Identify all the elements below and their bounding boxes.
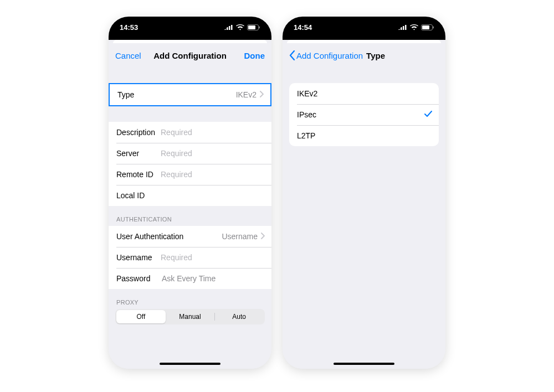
type-group: Type IKEv2 [109, 83, 271, 106]
status-time: 14:53 [120, 23, 138, 32]
notch [325, 17, 403, 31]
nav-title: Type [366, 51, 385, 60]
status-bar: 14:54 [283, 17, 445, 40]
battery-icon [247, 24, 260, 30]
wifi-icon [410, 24, 418, 30]
navbar: Cancel Add Configuration Done [109, 43, 271, 68]
svg-rect-12 [422, 25, 429, 29]
status-bar: 14:53 [109, 17, 271, 40]
done-button[interactable]: Done [244, 51, 265, 60]
svg-rect-5 [248, 25, 255, 29]
server-input[interactable] [161, 149, 265, 158]
svg-rect-2 [229, 26, 230, 30]
battery-icon [421, 24, 434, 30]
type-row[interactable]: Type IKEv2 [110, 84, 270, 105]
connection-group: Description Server Remote ID Local ID [109, 122, 271, 206]
user-auth-value: Username [187, 232, 258, 241]
svg-rect-13 [433, 26, 434, 28]
description-input[interactable] [161, 128, 265, 137]
nav-title: Add Configuration [148, 51, 232, 60]
svg-rect-3 [231, 25, 233, 30]
username-input[interactable] [161, 253, 265, 262]
password-value: Ask Every Time [161, 274, 265, 283]
server-label: Server [116, 149, 161, 158]
option-label: L2TP [297, 131, 432, 140]
option-l2tp[interactable]: L2TP [289, 125, 439, 146]
status-time: 14:54 [294, 23, 312, 32]
content: Type IKEv2 Description Server [109, 68, 271, 369]
navbar: Add Configuration Type [283, 43, 445, 68]
proxy-seg-manual[interactable]: Manual [166, 310, 215, 323]
option-ipsec[interactable]: IPsec [289, 104, 439, 125]
localid-label: Local ID [116, 191, 161, 200]
user-auth-row[interactable]: User Authentication Username [109, 226, 271, 247]
svg-rect-9 [403, 26, 404, 30]
password-label: Password [116, 274, 161, 283]
option-label: IPsec [297, 110, 421, 119]
wifi-icon [236, 24, 244, 30]
notch [151, 17, 229, 31]
user-auth-label: User Authentication [116, 232, 187, 241]
remoteid-input[interactable] [161, 170, 265, 179]
remoteid-row[interactable]: Remote ID [109, 164, 271, 185]
modal-card: Add Configuration Type IKEv2 IPsec L2TP [283, 43, 445, 369]
status-icons [398, 24, 434, 30]
username-row[interactable]: Username [109, 247, 271, 268]
phone-right: 14:54 Add Configuration Type IKEv2 [283, 17, 445, 369]
phone-left: 14:53 Cancel Add Configuration Done Type… [109, 17, 271, 369]
description-label: Description [116, 128, 161, 137]
server-row[interactable]: Server [109, 143, 271, 164]
type-value: IKEv2 [187, 90, 257, 99]
chevron-left-icon [289, 50, 295, 60]
chevron-right-icon [261, 232, 265, 241]
back-button[interactable]: Add Configuration [289, 50, 363, 60]
password-row[interactable]: Password Ask Every Time [109, 268, 271, 289]
proxy-seg-off[interactable]: Off [116, 310, 166, 323]
chevron-right-icon [260, 90, 264, 99]
back-label: Add Configuration [296, 51, 363, 60]
proxy-header: Proxy [109, 289, 271, 309]
remoteid-label: Remote ID [116, 170, 161, 179]
localid-input[interactable] [161, 191, 265, 200]
proxy-segmented[interactable]: Off Manual Auto [115, 309, 265, 324]
localid-row[interactable]: Local ID [109, 185, 271, 206]
svg-rect-10 [405, 25, 407, 30]
cancel-button[interactable]: Cancel [115, 51, 141, 60]
option-ikev2[interactable]: IKEv2 [289, 83, 439, 104]
auth-header: Authentication [109, 206, 271, 226]
type-label: Type [117, 90, 187, 99]
username-label: Username [116, 253, 161, 262]
content: IKEv2 IPsec L2TP [283, 68, 445, 369]
modal-card: Cancel Add Configuration Done Type IKEv2… [109, 43, 271, 369]
option-label: IKEv2 [297, 89, 432, 98]
type-options-group: IKEv2 IPsec L2TP [289, 83, 439, 146]
home-indicator [160, 363, 220, 365]
home-indicator [334, 363, 394, 365]
status-icons [224, 24, 260, 30]
svg-rect-6 [259, 26, 260, 28]
checkmark-icon [424, 110, 432, 119]
auth-group: User Authentication Username Username Pa… [109, 226, 271, 289]
proxy-seg-auto[interactable]: Auto [214, 310, 264, 323]
description-row[interactable]: Description [109, 122, 271, 143]
